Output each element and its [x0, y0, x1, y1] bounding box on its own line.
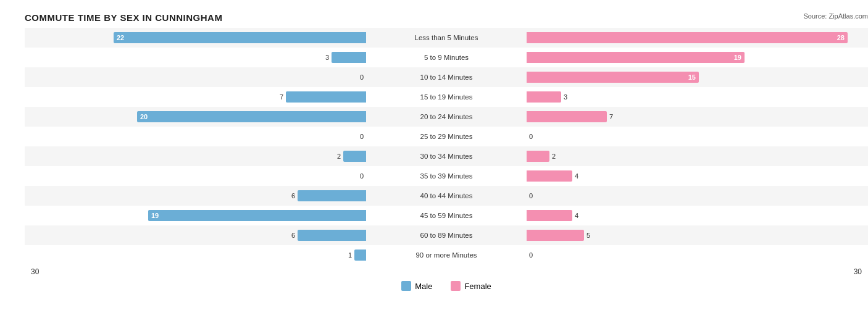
- legend-male: Male: [401, 281, 432, 291]
- female-bar: 4: [527, 170, 572, 182]
- male-legend-label: Male: [415, 282, 432, 291]
- female-value-outside: 7: [609, 113, 613, 120]
- male-bar-section: 2: [25, 146, 446, 166]
- female-bar-section: 0: [446, 186, 868, 206]
- female-bar: 15: [527, 72, 699, 83]
- chart-row: 025 to 29 Minutes0: [25, 127, 868, 146]
- male-bar: 20: [137, 111, 366, 122]
- male-bar: 6: [298, 190, 366, 201]
- female-color-box: [451, 281, 461, 291]
- female-value-inside: 28: [837, 34, 845, 41]
- chart-header: COMMUTE TIME BY SEX IN CUNNINGHAM Source…: [25, 12, 868, 23]
- male-bar: 2: [343, 151, 366, 162]
- female-bar-section: 3: [446, 87, 868, 107]
- legend: Male Female: [25, 281, 868, 291]
- male-bar-section: 1: [25, 245, 446, 265]
- female-bar-section: 0: [446, 245, 868, 265]
- female-legend-label: Female: [464, 282, 491, 291]
- female-zero-value: 0: [529, 251, 533, 259]
- male-bar: 6: [298, 230, 366, 241]
- axis-left: 30: [31, 267, 39, 276]
- female-bar: 5: [527, 230, 584, 241]
- female-bar-section: 0: [446, 127, 868, 146]
- male-value-inside: 19: [151, 212, 159, 219]
- female-bar: 2: [527, 151, 549, 162]
- male-bar: 1: [354, 250, 366, 261]
- chart-row: 660 to 89 Minutes5: [25, 225, 868, 245]
- male-bar-section: 6: [25, 225, 446, 245]
- male-bar-section: 0: [25, 67, 446, 87]
- male-bar-section: 19: [25, 206, 446, 225]
- male-bar: 3: [332, 52, 366, 63]
- male-bar-section: 0: [25, 127, 446, 146]
- chart-row: 715 to 19 Minutes3: [25, 87, 868, 107]
- male-bar-section: 3: [25, 48, 446, 67]
- male-zero-value: 0: [360, 133, 364, 140]
- chart-row: 640 to 44 Minutes0: [25, 186, 868, 206]
- chart-row: 035 to 39 Minutes4: [25, 166, 868, 186]
- axis-labels: 30 30: [25, 267, 868, 276]
- chart-row: 190 or more Minutes0: [25, 245, 868, 265]
- male-value-outside: 6: [291, 232, 295, 239]
- male-zero-value: 0: [360, 73, 364, 81]
- male-bar-section: 0: [25, 166, 446, 186]
- source-label: Source: ZipAtlas.com: [803, 12, 868, 20]
- chart-row: 010 to 14 Minutes15: [25, 67, 868, 87]
- female-bar: 7: [527, 111, 607, 122]
- chart-row: 2020 to 24 Minutes7: [25, 107, 868, 127]
- female-bar-section: 4: [446, 206, 868, 225]
- female-bar-section: 7: [446, 107, 868, 127]
- male-bar-section: 7: [25, 87, 446, 107]
- chart-row: 35 to 9 Minutes19: [25, 48, 868, 67]
- female-value-outside: 5: [586, 232, 590, 239]
- chart-title: COMMUTE TIME BY SEX IN CUNNINGHAM: [25, 12, 222, 23]
- chart-row: 22Less than 5 Minutes28: [25, 28, 868, 48]
- female-bar-section: 19: [446, 48, 868, 67]
- male-value-outside: 2: [337, 153, 341, 160]
- male-color-box: [401, 281, 411, 291]
- male-value-outside: 6: [291, 192, 295, 199]
- male-value-outside: 3: [325, 54, 329, 61]
- female-bar: 4: [527, 210, 572, 221]
- female-bar-section: 4: [446, 166, 868, 186]
- female-bar: 28: [527, 32, 848, 43]
- female-value-outside: 4: [575, 212, 578, 219]
- chart-row: 230 to 34 Minutes2: [25, 146, 868, 166]
- male-bar: 19: [148, 210, 366, 221]
- female-value-outside: 2: [552, 153, 556, 160]
- male-bar-section: 20: [25, 107, 446, 127]
- male-bar-section: 6: [25, 186, 446, 206]
- female-bar: 3: [527, 91, 561, 103]
- female-bar-section: 28: [446, 28, 868, 48]
- legend-female: Female: [451, 281, 491, 291]
- male-bar-section: 22: [25, 28, 446, 48]
- female-bar-section: 5: [446, 225, 868, 245]
- axis-right: 30: [854, 267, 862, 276]
- male-bar: 7: [286, 91, 366, 103]
- chart-rows: 22Less than 5 Minutes2835 to 9 Minutes19…: [25, 28, 868, 265]
- female-zero-value: 0: [529, 192, 533, 199]
- female-value-outside: 4: [575, 172, 578, 180]
- male-value-outside: 7: [280, 93, 283, 101]
- male-bar: 22: [114, 32, 366, 43]
- chart-row: 1945 to 59 Minutes4: [25, 206, 868, 225]
- male-value-inside: 22: [117, 34, 124, 41]
- female-value-inside: 19: [734, 54, 741, 61]
- female-value-inside: 15: [688, 73, 696, 81]
- chart-container: COMMUTE TIME BY SEX IN CUNNINGHAM Source…: [12, 6, 868, 300]
- female-value-outside: 3: [564, 93, 567, 101]
- male-value-outside: 1: [348, 251, 352, 259]
- female-bar: 19: [527, 52, 745, 63]
- male-zero-value: 0: [360, 172, 364, 180]
- female-zero-value: 0: [529, 133, 533, 140]
- male-value-inside: 20: [140, 113, 148, 120]
- female-bar-section: 15: [446, 67, 868, 87]
- female-bar-section: 2: [446, 146, 868, 166]
